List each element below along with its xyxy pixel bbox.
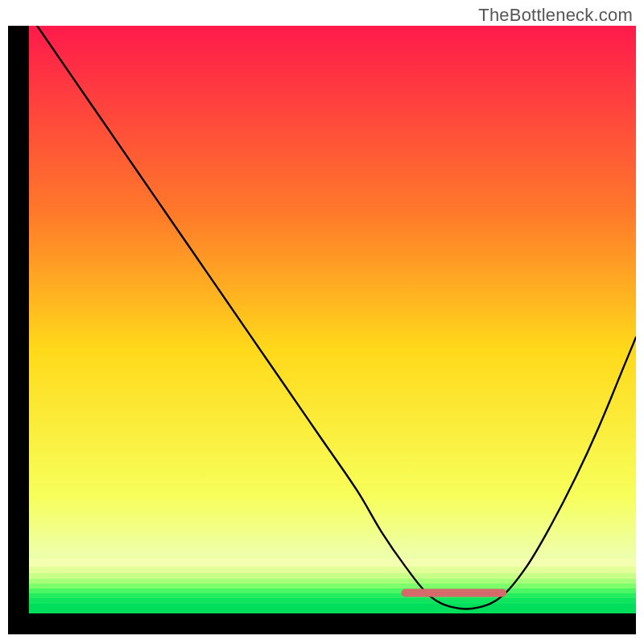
plot-area: [29, 26, 636, 613]
attribution-label: TheBottleneck.com: [478, 5, 633, 26]
bottleneck-curve: [29, 26, 636, 609]
chart-container: TheBottleneck.com: [0, 0, 644, 644]
plot-frame: [8, 26, 636, 634]
curve-layer: [29, 26, 636, 613]
